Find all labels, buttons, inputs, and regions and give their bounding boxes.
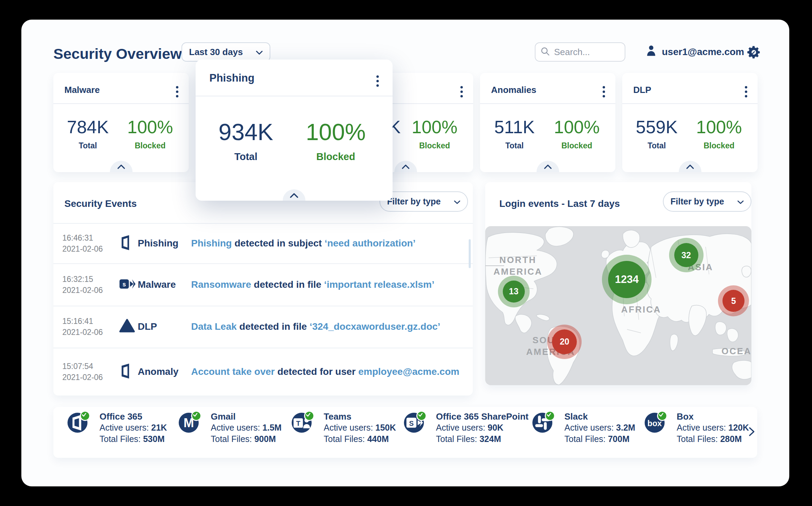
event-row[interactable]: 16:46:312021-02-06PhishingPhishing detec… — [53, 223, 473, 263]
connected-check-icon — [191, 411, 201, 421]
connected-check-icon — [657, 411, 667, 421]
expand-handle[interactable] — [110, 161, 133, 172]
divider — [196, 96, 393, 96]
login-bubble[interactable]: 32 — [669, 238, 704, 272]
stat-blocked-value: 100% — [412, 117, 458, 137]
event-date: 2021-02-06 — [62, 372, 103, 383]
integration-total-files: Total Files: 280M — [677, 433, 749, 445]
event-description-highlight: ‘important release.xlsm’ — [324, 279, 435, 290]
login-bubble[interactable]: 1234 — [602, 255, 652, 304]
map-region-label: NORTH AMERICA — [493, 254, 542, 277]
settings-button[interactable] — [747, 45, 761, 60]
total-files-value: 324M — [479, 434, 501, 444]
kebab-menu-icon[interactable] — [601, 85, 606, 99]
stat-blocked: 100%Blocked — [127, 117, 173, 150]
total-files-value: 530M — [143, 434, 165, 444]
login-bubble-value: 1234 — [608, 261, 645, 298]
office-365-icon — [119, 235, 131, 252]
gmail-icon: M — [179, 413, 199, 433]
map-title: Login events - Last 7 days — [499, 198, 620, 209]
divider — [53, 103, 189, 104]
search-input[interactable] — [553, 46, 613, 58]
card-malware: Malware784KTotal100%Blocked — [53, 73, 189, 172]
date-range-select[interactable]: Last 30 days — [181, 42, 270, 62]
map-region-label: OCEANIA — [721, 345, 751, 357]
user-email: user1@acme.com — [662, 46, 744, 57]
stat-total-label: Total — [494, 141, 535, 150]
integration-total-files: Total Files: 440M — [324, 433, 396, 445]
stat-total-label: Total — [67, 141, 108, 150]
chevron-up-icon — [544, 165, 552, 169]
event-timestamp: 16:32:152021-02-06 — [62, 274, 103, 296]
user-menu[interactable]: user1@acme.com — [645, 44, 755, 59]
office365-icon — [67, 413, 87, 433]
integration-stats: Office 365Active users: 21KTotal Files: … — [100, 411, 167, 445]
events-filter-select[interactable]: Filter by type — [379, 191, 468, 212]
kebab-menu-icon[interactable] — [175, 85, 180, 99]
stat-blocked: 100%Blocked — [412, 117, 458, 150]
chevron-up-icon — [290, 193, 298, 198]
world-map-art — [485, 226, 751, 385]
chevron-down-icon — [256, 47, 263, 57]
expand-handle[interactable] — [394, 161, 417, 172]
event-category: DLP — [138, 321, 157, 332]
event-row[interactable]: 15:07:542021-02-06AnomalyAccount take ov… — [53, 348, 473, 396]
event-description: Data Leak detected in file ‘324_docxawor… — [191, 321, 440, 332]
security-events-panel: Security Events Filter by type 16:46:312… — [53, 182, 473, 396]
total-files-value: 280M — [720, 434, 742, 444]
teams-icon: T — [292, 413, 312, 433]
integration-name: Gmail — [211, 411, 282, 422]
kebab-menu-icon[interactable] — [743, 85, 749, 99]
active-users-label: Active users: — [211, 423, 260, 432]
connected-check-icon — [416, 411, 427, 421]
connected-check-icon — [545, 411, 555, 421]
login-bubble-value: 5 — [722, 290, 745, 312]
card-dlp: DLP559KTotal100%Blocked — [622, 73, 758, 172]
integration-total-files: Total Files: 324M — [436, 433, 529, 445]
event-date: 2021-02-06 — [62, 327, 103, 338]
chevron-right-icon — [748, 427, 755, 436]
event-description: Ransomware detected in file ‘important r… — [191, 279, 434, 290]
stat-total: 784KTotal — [67, 117, 108, 150]
stat-total: 511KTotal — [494, 117, 535, 150]
event-row[interactable]: 16:32:152021-02-06sMalwareRansomware det… — [53, 263, 473, 306]
expand-handle[interactable] — [537, 161, 559, 172]
active-users-label: Active users: — [564, 423, 614, 432]
search-icon — [540, 46, 550, 57]
scroll-right-button[interactable] — [748, 427, 755, 438]
integration-name: Slack — [564, 411, 635, 422]
login-bubble[interactable]: 20 — [547, 325, 582, 359]
event-description-text: detected in file — [237, 321, 310, 332]
stat-total-value: 511K — [494, 117, 535, 137]
page-title: Security Overview — [53, 45, 182, 62]
slack-icon — [532, 413, 552, 433]
divider — [480, 103, 615, 104]
expand-handle[interactable] — [679, 161, 701, 172]
connected-check-icon — [80, 411, 90, 421]
event-date: 2021-02-06 — [62, 285, 103, 296]
login-bubble[interactable]: 5 — [718, 285, 749, 316]
kebab-menu-icon[interactable] — [459, 85, 464, 99]
event-description-highlight: Ransomware — [191, 279, 251, 290]
login-bubble[interactable]: 13 — [498, 276, 530, 307]
login-bubble-value: 20 — [552, 329, 577, 354]
event-description: Account take over detected for user empl… — [191, 366, 459, 377]
search-box[interactable] — [535, 42, 625, 62]
event-category: Anomaly — [138, 366, 178, 377]
collapse-handle[interactable] — [283, 189, 305, 201]
stat-blocked: 100%Blocked — [696, 117, 742, 150]
event-row[interactable]: 15:16:412021-02-06DLPData Leak detected … — [53, 306, 473, 348]
stat-total-value: 559K — [636, 117, 677, 137]
active-users-value: 90K — [488, 423, 503, 432]
event-description-highlight: ‘need authorization’ — [324, 238, 415, 249]
events-scrollbar[interactable] — [469, 239, 471, 268]
map-filter-select[interactable]: Filter by type — [663, 191, 751, 212]
event-description-highlight: employee@acme.com — [358, 366, 459, 377]
active-users-label: Active users: — [436, 423, 485, 432]
stat-blocked-label: Blocked — [696, 141, 742, 150]
svg-text:T: T — [296, 420, 300, 427]
event-category: Phishing — [138, 238, 178, 249]
integration-stats: GmailActive users: 1.5MTotal Files: 900M — [211, 411, 282, 445]
kebab-menu-icon[interactable] — [375, 74, 380, 88]
integration-total-files: Total Files: 700M — [564, 433, 635, 445]
